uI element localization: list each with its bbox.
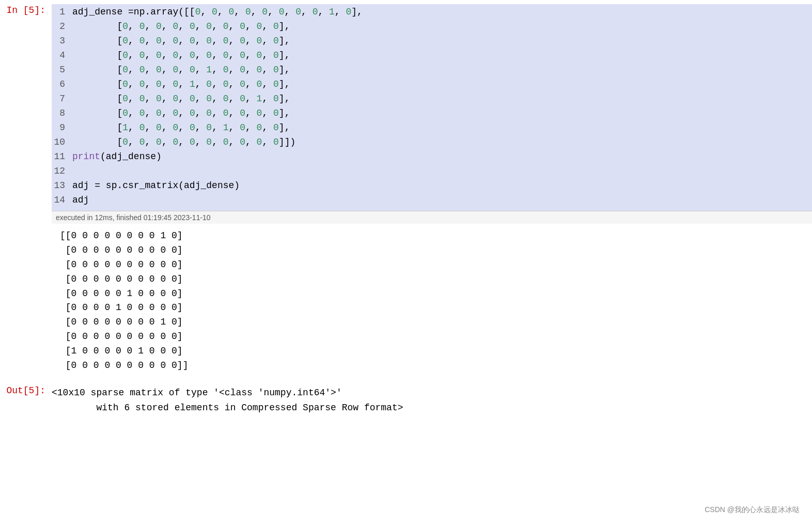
input-cell-5: In [5]: 1adj_dense =np.array([[0, 0, 0, … xyxy=(0,0,812,382)
code-line: 13adj = sp.csr_matrix(adj_dense) xyxy=(52,180,812,194)
line-code: print(adj_dense) xyxy=(72,151,162,162)
line-code: [0, 0, 0, 0, 1, 0, 0, 0, 0, 0], xyxy=(72,79,290,89)
code-line: 9 [1, 0, 0, 0, 0, 0, 1, 0, 0, 0], xyxy=(52,122,812,136)
code-line: 5 [0, 0, 0, 0, 0, 1, 0, 0, 0, 0], xyxy=(52,64,812,79)
executed-info: executed in 12ms, finished 01:19:45 2023… xyxy=(52,211,812,224)
cell-content-area: 1adj_dense =np.array([[0, 0, 0, 0, 0, 0,… xyxy=(52,4,812,378)
line-code: adj = sp.csr_matrix(adj_dense) xyxy=(72,180,240,191)
code-block[interactable]: 1adj_dense =np.array([[0, 0, 0, 0, 0, 0,… xyxy=(52,4,812,211)
line-code: [0, 0, 0, 0, 0, 0, 0, 0, 0, 0], xyxy=(72,35,290,46)
line-code: [0, 0, 0, 0, 0, 0, 0, 0, 0, 0], xyxy=(72,50,290,60)
code-line: 4 [0, 0, 0, 0, 0, 0, 0, 0, 0, 0], xyxy=(52,50,812,64)
line-number: 12 xyxy=(52,165,72,176)
output-line: [[0 0 0 0 0 0 0 0 1 0] xyxy=(60,229,812,243)
line-code: [0, 0, 0, 0, 0, 1, 0, 0, 0, 0], xyxy=(72,64,290,75)
out-text: <10x10 sparse matrix of type '<class 'nu… xyxy=(52,385,403,415)
output-block: [[0 0 0 0 0 0 0 0 1 0] [0 0 0 0 0 0 0 0 … xyxy=(52,224,812,378)
line-code: [0, 0, 0, 0, 0, 0, 0, 0, 0, 0], xyxy=(72,107,290,118)
line-number: 7 xyxy=(52,93,72,104)
code-line: 2 [0, 0, 0, 0, 0, 0, 0, 0, 0, 0], xyxy=(52,21,812,35)
line-number: 3 xyxy=(52,35,72,46)
line-number: 10 xyxy=(52,136,72,147)
code-line: 7 [0, 0, 0, 0, 0, 0, 0, 0, 1, 0], xyxy=(52,93,812,107)
line-number: 4 xyxy=(52,50,72,60)
line-code: adj xyxy=(72,194,89,205)
out-cell-row: Out[5]: <10x10 sparse matrix of type '<c… xyxy=(0,385,812,415)
output-line: [1 0 0 0 0 0 1 0 0 0] xyxy=(60,344,812,359)
line-code: [0, 0, 0, 0, 0, 0, 0, 0, 0, 0], xyxy=(72,21,290,32)
output-line: [0 0 0 0 0 1 0 0 0 0] xyxy=(60,287,812,301)
code-line: 12 xyxy=(52,165,812,180)
code-line: 8 [0, 0, 0, 0, 0, 0, 0, 0, 0, 0], xyxy=(52,107,812,122)
output-line: [0 0 0 0 0 0 0 0 1 0] xyxy=(60,315,812,330)
line-number: 13 xyxy=(52,180,72,191)
code-line: 10 [0, 0, 0, 0, 0, 0, 0, 0, 0, 0]]) xyxy=(52,136,812,151)
output-line: [0 0 0 0 0 0 0 0 0 0]] xyxy=(60,359,812,373)
cell-label: In [5]: xyxy=(0,4,52,16)
output-line: [0 0 0 0 0 0 0 0 0 0] xyxy=(60,272,812,287)
output-line: [0 0 0 0 1 0 0 0 0 0] xyxy=(60,301,812,315)
line-number: 1 xyxy=(52,6,72,17)
line-code: [1, 0, 0, 0, 0, 0, 1, 0, 0, 0], xyxy=(72,122,290,133)
output-line: [0 0 0 0 0 0 0 0 0 0] xyxy=(60,258,812,272)
line-code: [0, 0, 0, 0, 0, 0, 0, 0, 1, 0], xyxy=(72,93,290,104)
code-line: 1adj_dense =np.array([[0, 0, 0, 0, 0, 0,… xyxy=(52,6,812,21)
line-number: 6 xyxy=(52,79,72,89)
code-line: 11print(adj_dense) xyxy=(52,151,812,165)
line-code: [0, 0, 0, 0, 0, 0, 0, 0, 0, 0]]) xyxy=(72,136,295,147)
line-number: 14 xyxy=(52,194,72,205)
code-line: 3 [0, 0, 0, 0, 0, 0, 0, 0, 0, 0], xyxy=(52,35,812,50)
code-line: 6 [0, 0, 0, 0, 1, 0, 0, 0, 0, 0], xyxy=(52,79,812,93)
output-line: [0 0 0 0 0 0 0 0 0 0] xyxy=(60,243,812,258)
line-number: 11 xyxy=(52,151,72,162)
line-code: adj_dense =np.array([[0, 0, 0, 0, 0, 0, … xyxy=(72,6,363,17)
line-number: 9 xyxy=(52,122,72,133)
line-number: 8 xyxy=(52,107,72,118)
code-line: 14adj xyxy=(52,194,812,209)
line-number: 5 xyxy=(52,64,72,75)
watermark: CSDN @我的心永远是冰冰哒 xyxy=(705,505,800,515)
line-number: 2 xyxy=(52,21,72,32)
output-line: [0 0 0 0 0 0 0 0 0 0] xyxy=(60,330,812,344)
out-label: Out[5]: xyxy=(0,385,52,396)
